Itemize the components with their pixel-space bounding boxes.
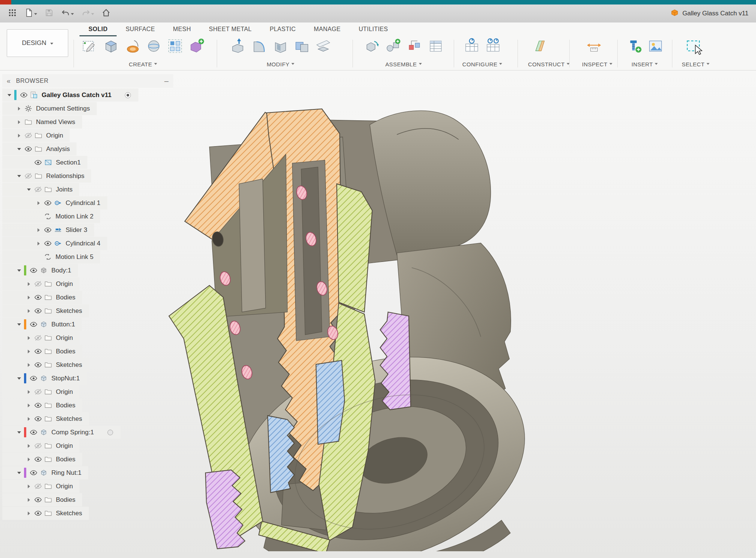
tree-item-label[interactable]: Ring Nut:1	[51, 469, 81, 477]
eye-icon[interactable]	[28, 266, 39, 274]
eye-icon[interactable]	[28, 320, 39, 328]
tree-row-joints[interactable]: Joints	[2, 183, 79, 196]
expand-arrow[interactable]	[15, 169, 23, 183]
eye-icon[interactable]	[33, 496, 43, 504]
tree-row-stopnut-1[interactable]: StopNut:1	[2, 372, 87, 385]
tree-item-label[interactable]: Origin	[56, 442, 73, 450]
expand-arrow[interactable]	[15, 466, 23, 479]
primitive-box-icon[interactable]	[101, 36, 121, 56]
tree-item-label[interactable]: Relationships	[46, 172, 84, 180]
expand-arrow[interactable]	[25, 358, 33, 371]
tree-row-sketches[interactable]: Sketches	[2, 507, 89, 520]
eye-off-icon[interactable]	[33, 388, 43, 396]
eye-icon[interactable]	[43, 199, 53, 207]
tree-item-label[interactable]: Origin	[46, 132, 63, 139]
expand-arrow[interactable]	[25, 412, 33, 425]
tab-surface[interactable]: SURFACE	[117, 22, 164, 36]
expand-arrow[interactable]	[25, 331, 33, 344]
viewport-canvas[interactable]	[165, 105, 540, 551]
configuration-table-icon[interactable]	[462, 36, 482, 56]
expand-arrow[interactable]	[25, 493, 33, 506]
chevron-down-icon[interactable]	[34, 13, 37, 16]
tab-mesh[interactable]: MESH	[164, 22, 200, 36]
tree-row-origin[interactable]: Origin	[2, 331, 80, 344]
tree-row-named-views[interactable]: Named Views	[2, 115, 82, 129]
home-button[interactable]	[99, 7, 113, 20]
eye-off-icon[interactable]	[33, 482, 43, 490]
eye-off-icon[interactable]	[33, 280, 43, 288]
eye-off-icon[interactable]	[33, 334, 43, 342]
tree-item-label[interactable]: Section1	[56, 159, 81, 166]
tree-item-label[interactable]: Sketches	[56, 415, 82, 423]
group-dropdown-assemble[interactable]: ASSEMBLE	[359, 61, 448, 67]
tab-utilities[interactable]: UTILITIES	[350, 22, 397, 36]
tree-row-bodies[interactable]: Bodies	[2, 345, 82, 358]
expand-arrow[interactable]	[15, 102, 23, 115]
construct-plane-icon[interactable]	[530, 36, 550, 56]
tree-item-label[interactable]: Sketches	[56, 361, 82, 369]
group-dropdown-construct[interactable]: CONSTRUCT	[528, 61, 552, 67]
tree-item-label[interactable]: Cylindrical 4	[66, 240, 100, 247]
tree-row-sketches[interactable]: Sketches	[2, 304, 89, 317]
tree-row-origin[interactable]: Origin	[2, 277, 80, 290]
tree-row-section1[interactable]: Section1	[2, 156, 87, 169]
eye-off-icon[interactable]	[23, 172, 33, 180]
tree-item-label[interactable]: Slider 3	[66, 226, 87, 234]
eye-icon[interactable]	[33, 159, 43, 166]
tree-item-label[interactable]: Button:1	[51, 321, 75, 328]
tree-item-label[interactable]: Motion Link 5	[56, 253, 93, 261]
expand-arrow[interactable]	[15, 318, 23, 331]
tree-item-label[interactable]: Document Settings	[36, 105, 90, 112]
selection-circle[interactable]	[106, 429, 114, 436]
configure-features-icon[interactable]	[483, 36, 503, 56]
undo-button[interactable]	[58, 7, 76, 20]
collapse-panel-icon[interactable]: «	[7, 77, 11, 85]
eye-icon[interactable]	[33, 415, 43, 423]
insert-fastener-icon[interactable]	[624, 36, 644, 56]
expand-arrow[interactable]	[5, 88, 14, 102]
tree-row-sketches[interactable]: Sketches	[2, 358, 89, 371]
expand-arrow[interactable]	[34, 237, 43, 250]
expand-arrow[interactable]	[15, 264, 23, 277]
expand-arrow[interactable]	[25, 291, 33, 304]
create-form-icon[interactable]	[187, 36, 206, 56]
app-icon[interactable]	[0, 0, 11, 4]
tree-row-bodies[interactable]: Bodies	[2, 399, 82, 412]
expand-arrow[interactable]	[25, 480, 33, 493]
new-component-icon[interactable]	[362, 36, 381, 56]
tree-row-document-settings[interactable]: Document Settings	[2, 102, 97, 115]
tree-item-label[interactable]: Joints	[56, 186, 72, 193]
tree-item-label[interactable]: Origin	[56, 388, 73, 396]
joint-origin-icon[interactable]	[405, 36, 424, 56]
tree-row-analysis[interactable]: Analysis	[2, 142, 76, 156]
tree-item-label[interactable]: Origin	[56, 334, 73, 342]
tree-item-label[interactable]: Body:1	[51, 267, 71, 274]
expand-arrow[interactable]	[25, 277, 33, 290]
eye-icon[interactable]	[43, 239, 53, 247]
tree-row-motion-link-2[interactable]: Motion Link 2	[2, 210, 100, 223]
tree-row-origin[interactable]: Origin	[2, 385, 80, 398]
expand-arrow[interactable]	[25, 304, 33, 317]
eye-icon[interactable]	[19, 91, 29, 99]
sphere-icon[interactable]	[144, 36, 164, 56]
tab-manage[interactable]: MANAGE	[305, 22, 350, 36]
tab-plastic[interactable]: PLASTIC	[261, 22, 305, 36]
tree-item-label[interactable]: Cylindrical 1	[66, 199, 100, 207]
activate-component-radio[interactable]	[124, 91, 132, 99]
expand-arrow[interactable]	[25, 345, 33, 358]
measure-icon[interactable]	[584, 36, 604, 56]
group-dropdown-inspect[interactable]: INSPECT	[582, 61, 606, 67]
tree-item-label[interactable]: Sketches	[56, 510, 82, 517]
eye-icon[interactable]	[33, 293, 43, 301]
rectangular-pattern-icon[interactable]	[165, 36, 185, 56]
canvas-icon[interactable]	[646, 36, 665, 56]
file-new-button[interactable]	[22, 7, 40, 20]
eye-icon[interactable]	[33, 455, 43, 463]
minimize-panel-icon[interactable]: –	[164, 79, 169, 83]
tree-row-bodies[interactable]: Bodies	[2, 493, 82, 506]
app-grid-button[interactable]	[5, 7, 20, 20]
revolve-icon[interactable]	[123, 36, 142, 56]
group-dropdown-modify[interactable]: MODIFY	[225, 61, 336, 67]
joint-icon[interactable]	[383, 36, 403, 56]
split-body-icon[interactable]	[314, 36, 333, 56]
